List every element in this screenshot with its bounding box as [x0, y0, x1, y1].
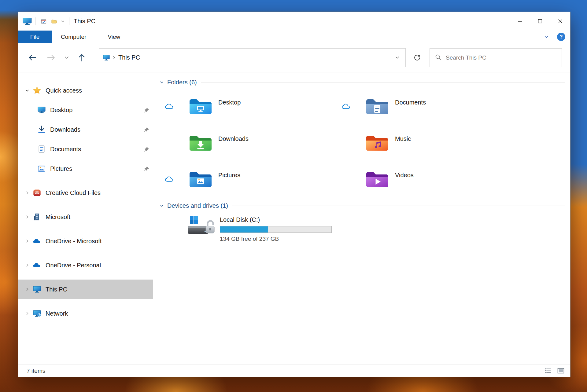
tree-indent-spacer — [24, 165, 31, 172]
folder-tile-music[interactable]: Music — [330, 128, 565, 159]
picture-icon — [37, 164, 46, 173]
chevron-right-icon[interactable] — [24, 262, 31, 269]
disk-usage-bar — [220, 226, 332, 233]
folder-name: Documents — [395, 99, 426, 106]
status-separator — [52, 368, 52, 374]
videos-folder-icon — [365, 169, 389, 189]
titlebar-separator — [69, 17, 69, 25]
chevron-right-icon[interactable] — [24, 237, 31, 245]
music-folder-icon — [365, 133, 389, 152]
ribbon-tab-bar: File Computer View ? — [18, 31, 570, 43]
cloud-status-spacer — [330, 164, 351, 176]
search-input[interactable] — [446, 54, 557, 61]
folder-view: Folders (6) Desktop — [153, 72, 570, 365]
ribbon-right-controls: ? — [542, 31, 570, 43]
sidebar-item-label: Creative Cloud Files — [46, 189, 101, 196]
sidebar-item-label: Downloads — [50, 126, 80, 133]
drive-free-space: 134 GB free of 237 GB — [220, 236, 332, 242]
group-rule — [201, 82, 565, 82]
sidebar-item-onedrive-microsoft[interactable]: OneDrive - Microsoft — [18, 231, 153, 251]
new-folder-button[interactable] — [49, 16, 59, 27]
tree-indent-spacer — [24, 106, 31, 114]
folder-tile-videos[interactable]: Videos — [330, 164, 565, 195]
tab-view[interactable]: View — [100, 31, 127, 43]
minimize-button[interactable] — [510, 12, 530, 31]
window-title: This PC — [74, 18, 95, 25]
disk-usage-f­ill2 — [220, 226, 268, 233]
group-title: Folders (6) — [167, 79, 197, 86]
sidebar-item-label: OneDrive - Personal — [46, 262, 101, 269]
sidebar-item-microsoft[interactable]: Microsoft — [18, 207, 153, 227]
monitor-icon — [33, 285, 41, 294]
folder-tile-documents[interactable]: Documents — [330, 92, 565, 122]
chevron-right-icon[interactable] — [24, 286, 31, 293]
sidebar-item-documents[interactable]: Documents — [18, 139, 153, 159]
folders-grid: Desktop Documents Download — [153, 92, 565, 195]
folder-tile-downloads[interactable]: Downloads — [153, 128, 330, 159]
creative-cloud-icon — [33, 189, 41, 197]
chevron-right-icon[interactable] — [24, 213, 31, 221]
drive-info: Local Disk (C:) 134 GB free of 237 GB — [220, 215, 332, 242]
folder-tile-pictures[interactable]: Pictures — [153, 164, 330, 195]
download-icon — [37, 125, 46, 134]
folder-name: Music — [395, 135, 411, 142]
building-icon — [33, 213, 41, 221]
file-explorer-window: This PC File Computer View ? — [18, 12, 570, 377]
breadcrumb-chevron-icon[interactable] — [113, 56, 115, 60]
sidebar-item-network[interactable]: Network — [18, 304, 153, 323]
recent-locations-chevron-icon[interactable] — [63, 51, 71, 64]
chevron-down-icon[interactable] — [24, 87, 31, 94]
drive-tile-local-disk[interactable]: Local Disk (C:) 134 GB free of 237 GB — [153, 215, 565, 242]
details-view-button[interactable] — [542, 366, 554, 376]
address-dropdown-chevron-icon[interactable] — [393, 53, 402, 62]
breadcrumb[interactable]: This PC — [118, 54, 140, 61]
sidebar-item-this-pc[interactable]: This PC — [18, 280, 153, 299]
chevron-right-icon[interactable] — [24, 189, 31, 196]
help-icon[interactable]: ? — [557, 33, 565, 41]
folders-group-header[interactable]: Folders (6) — [153, 77, 565, 88]
chevron-down-icon[interactable] — [159, 203, 164, 208]
pin-icon — [144, 146, 150, 152]
explorer-main: Quick access Desktop Downloads — [18, 72, 570, 365]
properties-button[interactable] — [39, 16, 49, 27]
desktop-background: { "window": { "title": "This PC" }, "rib… — [0, 0, 587, 392]
sidebar-item-creative-cloud-files[interactable]: Creative Cloud Files — [18, 183, 153, 203]
tab-computer[interactable]: Computer — [54, 31, 94, 43]
folder-name: Pictures — [218, 172, 240, 179]
tab-file[interactable]: File — [18, 31, 52, 43]
devices-group-header[interactable]: Devices and drives (1) — [153, 200, 565, 211]
sidebar-item-quick-access[interactable]: Quick access — [18, 81, 153, 100]
back-button[interactable] — [25, 51, 39, 64]
group-title: Devices and drives (1) — [167, 202, 228, 209]
drive-name: Local Disk (C:) — [220, 215, 332, 224]
search-box — [430, 48, 562, 67]
sidebar-item-label: Pictures — [50, 165, 72, 172]
pin-icon — [144, 107, 150, 113]
customize-quick-access-button[interactable] — [59, 16, 66, 27]
chevron-down-icon[interactable] — [159, 80, 164, 85]
chevron-right-icon[interactable] — [24, 310, 31, 317]
pin-icon — [144, 127, 150, 133]
folder-tile-desktop[interactable]: Desktop — [153, 92, 330, 122]
caption-buttons — [510, 12, 570, 31]
close-button[interactable] — [550, 12, 570, 31]
sidebar-item-label: OneDrive - Microsoft — [46, 238, 102, 245]
maximize-button[interactable] — [530, 12, 550, 31]
sidebar-item-label: Quick access — [46, 87, 82, 94]
refresh-icon[interactable] — [409, 49, 425, 66]
address-bar[interactable]: This PC — [99, 48, 406, 67]
expand-ribbon-chevron-icon[interactable] — [542, 33, 550, 41]
sidebar-item-pictures[interactable]: Pictures — [18, 159, 153, 178]
folder-name: Videos — [395, 172, 414, 179]
sidebar-item-label: Network — [46, 310, 68, 317]
documents-folder-icon — [365, 97, 389, 116]
sidebar-item-onedrive-personal[interactable]: OneDrive - Personal — [18, 255, 153, 275]
large-icons-view-button[interactable] — [555, 366, 567, 376]
local-disk-icon — [187, 215, 216, 236]
sidebar-item-desktop[interactable]: Desktop — [18, 100, 153, 120]
sidebar-item-downloads[interactable]: Downloads — [18, 120, 153, 139]
forward-button[interactable] — [44, 51, 58, 64]
title-bar[interactable]: This PC — [18, 12, 570, 31]
monitor-icon — [37, 106, 46, 114]
up-button[interactable] — [75, 51, 88, 64]
